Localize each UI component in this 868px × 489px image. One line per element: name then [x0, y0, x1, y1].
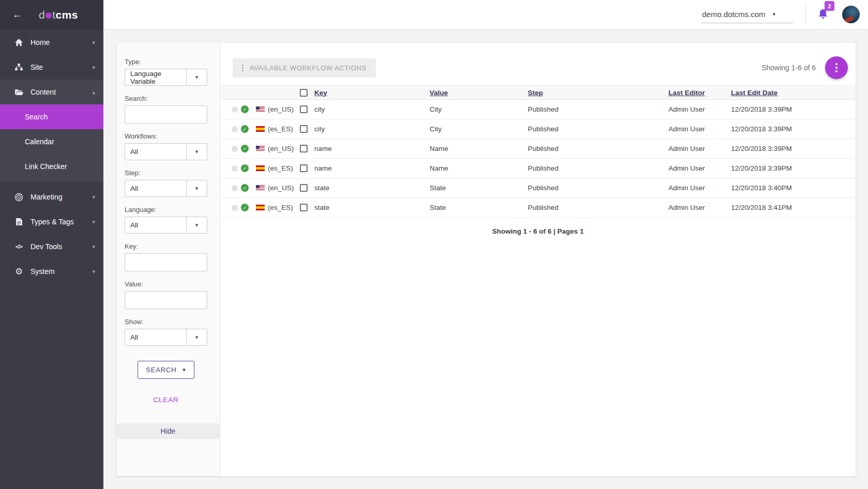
step-select[interactable]: All ▾	[125, 180, 207, 197]
results-toolbar: AVAILABLE WORKFLOW ACTIONS Showing 1-6 o…	[220, 43, 856, 79]
last-editor-cell: Admin User	[668, 105, 731, 113]
language-select[interactable]: All ▾	[125, 217, 207, 234]
notifications-button[interactable]: 2	[817, 8, 829, 21]
key-cell: name	[300, 164, 430, 172]
row-checkbox[interactable]	[300, 105, 308, 113]
site-selector[interactable]: demo.dotcms.com ▾	[701, 6, 793, 23]
sidebar-item-label: Types & Tags	[31, 218, 74, 226]
sidebar-subitem-label: Calendar	[25, 137, 54, 146]
table-header-row: Key Value Step Last Editor Last Edit Dat…	[220, 85, 856, 100]
search-button[interactable]: SEARCH ▾	[138, 361, 194, 379]
sidebar-item-site[interactable]: Site ▾	[0, 55, 103, 80]
logo-letter: cms	[56, 9, 79, 21]
filter-field-step: Step: All ▾	[125, 169, 207, 197]
more-actions-fab[interactable]	[825, 56, 848, 79]
value-input[interactable]	[125, 291, 207, 309]
workflows-select[interactable]: All ▾	[125, 143, 207, 160]
chevron-down-icon: ▾	[186, 180, 207, 196]
row-checkbox[interactable]	[300, 204, 308, 211]
live-status-icon	[232, 106, 238, 113]
home-icon	[14, 38, 24, 47]
row-checkbox[interactable]	[300, 164, 308, 172]
value-cell: State	[430, 184, 528, 192]
workflows-select-value: All	[125, 144, 186, 160]
key-value: city	[314, 105, 325, 113]
column-header-last-editor[interactable]: Last Editor	[668, 89, 705, 97]
sidebar-item-home[interactable]: Home ▾	[0, 30, 103, 55]
table-row[interactable]: ✓ (en_US) name Name Published Admin User…	[220, 139, 856, 159]
column-header-key[interactable]: Key	[314, 89, 327, 97]
language-flag-icon	[256, 165, 265, 171]
avatar[interactable]	[842, 6, 860, 23]
back-arrow-icon[interactable]: ←	[12, 0, 22, 29]
chevron-down-icon: ▾	[773, 11, 776, 18]
sidebar-item-label: Home	[31, 38, 50, 47]
show-select[interactable]: All ▾	[125, 329, 207, 346]
last-edit-date-cell: 12/20/2018 3:39PM	[731, 145, 856, 152]
hide-panel-button[interactable]: Hide	[116, 423, 220, 439]
table-row[interactable]: ✓ (en_US) city City Published Admin User…	[220, 100, 856, 119]
sidebar-item-system[interactable]: ⚙ System ▾	[0, 259, 103, 284]
published-check-icon: ✓	[241, 125, 249, 133]
sidebar-item-marketing[interactable]: Marketing ▾	[0, 185, 103, 209]
step-select-value: All	[125, 180, 186, 196]
published-check-icon: ✓	[241, 164, 249, 172]
filter-field-show: Show: All ▾	[125, 318, 207, 346]
key-cell: city	[300, 105, 430, 113]
last-edit-date-cell: 12/20/2018 3:39PM	[731, 105, 856, 113]
sidebar-item-content[interactable]: Content ▴	[0, 80, 103, 104]
live-status-icon	[232, 205, 238, 211]
table-row[interactable]: ✓ (es_ES) state State Published Admin Us…	[220, 198, 856, 218]
notification-badge: 2	[825, 1, 834, 11]
type-select[interactable]: Language Variable ▾	[125, 69, 207, 86]
table-row[interactable]: ✓ (es_ES) name Name Published Admin User…	[220, 159, 856, 178]
chevron-down-icon: ▾	[186, 69, 207, 85]
last-edit-date-cell: 12/20/2018 3:41PM	[731, 204, 856, 211]
row-checkbox[interactable]	[300, 145, 308, 152]
status-cell: ✓ (en_US)	[220, 145, 300, 152]
value-cell: Name	[430, 164, 528, 172]
field-label: Value:	[125, 280, 207, 288]
chevron-up-icon: ▴	[92, 89, 95, 96]
showing-count-label: Showing 1-6 of 6	[762, 64, 816, 72]
key-value: name	[314, 164, 332, 172]
ellipsis-vertical-icon	[242, 65, 243, 71]
sidebar-item-content-link-checker[interactable]: Link Checker	[0, 154, 103, 179]
table-row[interactable]: ✓ (en_US) state State Published Admin Us…	[220, 178, 856, 198]
field-label: Key:	[125, 242, 207, 250]
search-input[interactable]	[125, 105, 207, 124]
clear-button[interactable]: CLEAR	[153, 396, 178, 404]
language-code-label: (en_US)	[268, 184, 294, 192]
sidebar-item-label: Dev Tools	[31, 242, 62, 251]
chevron-down-icon: ▾	[92, 219, 95, 225]
sidebar-item-label: Content	[31, 88, 56, 96]
content-search-card: Type: Language Variable ▾ Search: Workfl…	[116, 43, 856, 476]
table-row[interactable]: ✓ (es_ES) city City Published Admin User…	[220, 119, 856, 139]
filter-field-language: Language: All ▾	[125, 206, 207, 234]
results-area: AVAILABLE WORKFLOW ACTIONS Showing 1-6 o…	[220, 43, 856, 476]
key-value: name	[314, 145, 332, 152]
column-header-value[interactable]: Value	[430, 89, 448, 97]
topbar-divider	[805, 5, 806, 24]
row-checkbox[interactable]	[300, 125, 308, 133]
sidebar-item-content-calendar[interactable]: Calendar	[0, 129, 103, 154]
language-select-value: All	[125, 217, 186, 233]
live-status-icon	[232, 185, 238, 191]
sidebar-item-dev-tools[interactable]: </> Dev Tools ▾	[0, 234, 103, 259]
language-code-label: (es_ES)	[268, 204, 293, 211]
language-flag-icon	[256, 146, 265, 151]
key-cell: state	[300, 184, 430, 192]
key-input[interactable]	[125, 253, 207, 271]
published-check-icon: ✓	[241, 105, 249, 113]
sidebar-item-content-search[interactable]: Search	[0, 104, 103, 129]
column-header-last-edit-date[interactable]: Last Edit Date	[731, 89, 778, 97]
sidebar-item-types-tags[interactable]: Types & Tags ▾	[0, 209, 103, 234]
language-code-label: (es_ES)	[268, 125, 293, 133]
code-icon: </>	[14, 242, 24, 251]
row-checkbox[interactable]	[300, 184, 308, 192]
target-icon	[14, 193, 24, 202]
available-workflow-actions-button[interactable]: AVAILABLE WORKFLOW ACTIONS	[233, 58, 376, 78]
select-all-checkbox[interactable]	[300, 89, 308, 97]
language-flag-icon	[256, 126, 265, 132]
column-header-step[interactable]: Step	[528, 89, 543, 97]
